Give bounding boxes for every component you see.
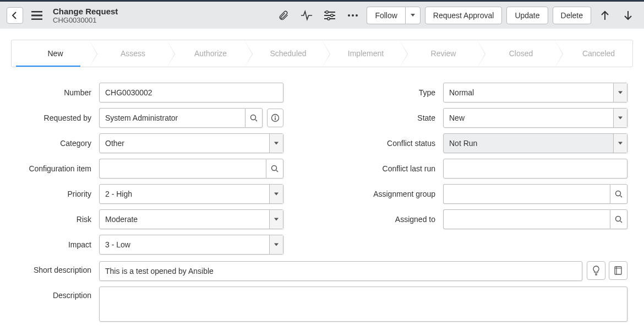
svg-point-6 bbox=[250, 115, 255, 120]
stage-label: Scheduled bbox=[270, 49, 306, 58]
assignment-group-input[interactable] bbox=[443, 184, 610, 204]
previous-record-button[interactable] bbox=[596, 6, 614, 25]
stage-review[interactable]: Review bbox=[400, 40, 477, 67]
stage-progress-bar: New Assess Authorize Scheduled Implement… bbox=[11, 40, 633, 67]
stage-label: Assess bbox=[121, 49, 145, 58]
header-toolbar: Change Request CHG0030001 Follow Request… bbox=[0, 0, 644, 29]
configuration-item-input[interactable] bbox=[99, 159, 266, 179]
menu-button[interactable] bbox=[28, 6, 46, 25]
delete-button[interactable]: Delete bbox=[553, 7, 591, 24]
stage-canceled[interactable]: Canceled bbox=[555, 40, 632, 67]
more-options-button[interactable] bbox=[343, 6, 362, 25]
info-icon bbox=[271, 114, 280, 122]
search-icon bbox=[615, 215, 623, 223]
sliders-icon bbox=[324, 10, 335, 20]
svg-point-5 bbox=[356, 14, 358, 17]
stage-label: New bbox=[47, 49, 63, 58]
search-icon bbox=[250, 114, 258, 122]
suggestion-button[interactable] bbox=[587, 261, 605, 280]
attachments-button[interactable] bbox=[274, 6, 293, 25]
type-value: Normal bbox=[449, 88, 474, 97]
stage-authorize[interactable]: Authorize bbox=[167, 40, 244, 67]
svg-point-10 bbox=[615, 191, 620, 196]
assignment-group-lookup-button[interactable] bbox=[610, 184, 627, 204]
more-horizontal-icon bbox=[347, 14, 358, 17]
follow-split-button: Follow bbox=[367, 7, 420, 24]
stage-scheduled[interactable]: Scheduled bbox=[244, 40, 322, 67]
conflict-status-value: Not Run bbox=[449, 139, 477, 148]
label-configuration-item: Configuration item bbox=[17, 164, 99, 173]
label-category: Category bbox=[17, 139, 99, 148]
chevron-left-icon bbox=[12, 12, 18, 19]
stage-label: Implement bbox=[348, 49, 384, 58]
caret-down-icon bbox=[411, 14, 415, 17]
impact-select[interactable]: 3 - Low bbox=[99, 235, 283, 255]
assigned-to-lookup-button[interactable] bbox=[610, 209, 627, 229]
risk-value: Moderate bbox=[105, 215, 138, 224]
label-conflict-last-run: Conflict last run bbox=[361, 164, 443, 173]
label-number: Number bbox=[17, 88, 99, 97]
svg-rect-12 bbox=[615, 267, 621, 274]
lightbulb-icon bbox=[592, 266, 600, 275]
label-type: Type bbox=[361, 88, 443, 97]
arrow-up-icon bbox=[600, 10, 610, 20]
label-state: State bbox=[361, 114, 443, 122]
form-left-column: Number Requested by bbox=[17, 83, 283, 260]
risk-select[interactable]: Moderate bbox=[99, 209, 283, 229]
svg-point-9 bbox=[271, 166, 276, 171]
follow-button[interactable]: Follow bbox=[367, 7, 405, 24]
label-short-description: Short description bbox=[17, 261, 99, 274]
activity-icon bbox=[301, 10, 313, 21]
category-select[interactable]: Other bbox=[99, 133, 283, 153]
svg-point-11 bbox=[615, 217, 620, 221]
svg-point-4 bbox=[352, 14, 354, 17]
short-description-input[interactable] bbox=[99, 261, 582, 281]
svg-point-1 bbox=[331, 14, 333, 16]
svg-point-3 bbox=[348, 14, 350, 17]
personalize-form-button[interactable] bbox=[320, 6, 339, 25]
state-select[interactable]: New bbox=[443, 108, 627, 128]
next-record-button[interactable] bbox=[619, 6, 637, 25]
stage-assess[interactable]: Assess bbox=[89, 40, 167, 67]
stage-label: Closed bbox=[509, 49, 533, 58]
back-button[interactable] bbox=[7, 7, 23, 24]
record-title: Change Request bbox=[53, 7, 118, 16]
assigned-to-input[interactable] bbox=[443, 209, 610, 229]
stage-implement[interactable]: Implement bbox=[322, 40, 400, 67]
paperclip-icon bbox=[278, 10, 289, 21]
category-value: Other bbox=[105, 139, 124, 148]
activity-button[interactable] bbox=[297, 6, 316, 25]
priority-select[interactable]: 2 - High bbox=[99, 184, 283, 204]
stage-label: Review bbox=[431, 49, 456, 58]
label-description: Description bbox=[17, 287, 99, 300]
knowledge-button[interactable] bbox=[609, 261, 627, 280]
requested-by-info-button[interactable] bbox=[267, 109, 283, 127]
requested-by-lookup-button[interactable] bbox=[245, 108, 263, 128]
update-button[interactable]: Update bbox=[506, 7, 548, 24]
label-assigned-to: Assigned to bbox=[361, 215, 443, 224]
label-assignment-group: Assignment group bbox=[361, 190, 443, 198]
stage-closed[interactable]: Closed bbox=[477, 40, 555, 67]
follow-dropdown-toggle[interactable] bbox=[405, 7, 421, 24]
priority-value: 2 - High bbox=[105, 190, 132, 198]
stage-label: Canceled bbox=[582, 49, 615, 58]
search-icon bbox=[615, 190, 623, 198]
conflict-last-run-input bbox=[443, 159, 627, 179]
svg-point-8 bbox=[275, 116, 276, 117]
request-approval-button[interactable]: Request Approval bbox=[425, 7, 503, 24]
label-risk: Risk bbox=[17, 215, 99, 224]
label-impact: Impact bbox=[17, 240, 99, 249]
svg-point-0 bbox=[326, 10, 328, 13]
requested-by-input[interactable] bbox=[99, 108, 245, 128]
configuration-item-lookup-button[interactable] bbox=[266, 159, 283, 179]
state-value: New bbox=[449, 114, 465, 122]
number-input[interactable] bbox=[99, 83, 283, 102]
form-right-column: Type Normal State New Conflict status No… bbox=[361, 83, 627, 260]
arrow-down-icon bbox=[623, 10, 633, 20]
description-textarea[interactable] bbox=[99, 287, 627, 322]
conflict-status-select[interactable]: Not Run bbox=[443, 133, 627, 153]
title-block: Change Request CHG0030001 bbox=[53, 7, 118, 24]
type-select[interactable]: Normal bbox=[443, 83, 627, 102]
stage-new[interactable]: New bbox=[12, 40, 89, 67]
stage-label: Authorize bbox=[194, 49, 227, 58]
